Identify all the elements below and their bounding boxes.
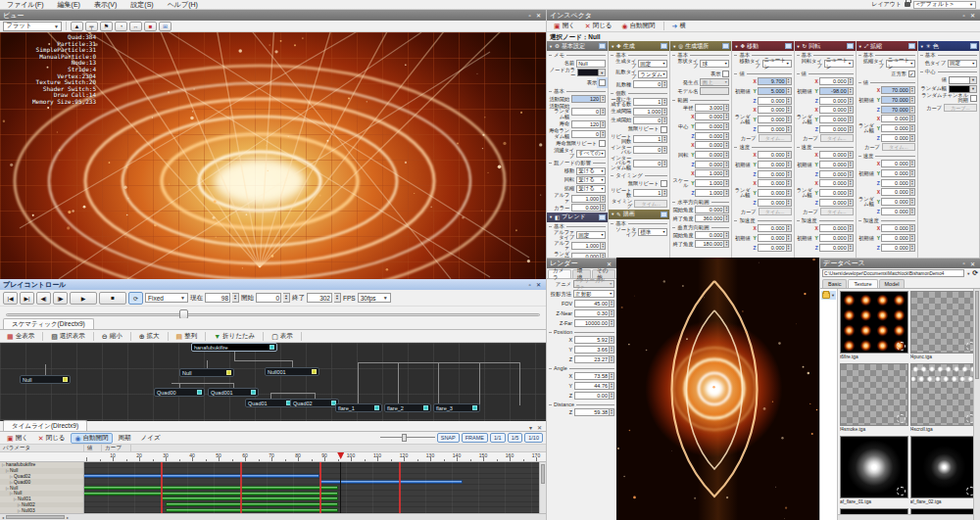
number-input[interactable]: 0.00 xyxy=(574,392,610,400)
spinner-buttons[interactable]: ▲▼ xyxy=(724,231,729,239)
number-input[interactable]: 5.92 xyxy=(574,336,610,344)
number-input[interactable]: 360.000 xyxy=(695,214,724,222)
dropdown-select[interactable]: <フリーカメラ>▼ xyxy=(573,280,614,288)
frame-field-input[interactable]: 0 xyxy=(256,293,281,303)
number-input[interactable]: 0.000 xyxy=(819,170,849,178)
file-vertical-scrollbar[interactable] xyxy=(973,289,980,520)
texture-thumbnail[interactable] xyxy=(910,436,979,498)
spinner-buttons[interactable]: ▲▼ xyxy=(610,408,614,416)
number-input[interactable]: 0.000 xyxy=(819,189,849,197)
move-button[interactable]: ↔ xyxy=(129,22,142,31)
graph-node[interactable]: flare_3 xyxy=(433,403,480,412)
number-input[interactable]: 73.58 xyxy=(574,372,610,380)
spinner-buttons[interactable]: ▲▼ xyxy=(787,244,792,252)
dropdown-select[interactable]: 受ける▼ xyxy=(576,185,606,193)
spinner-buttons[interactable]: ▲▼ xyxy=(910,244,915,252)
spinner-buttons[interactable]: ▲▼ xyxy=(610,309,614,317)
texture-item[interactable]: f4punc.tga xyxy=(910,291,979,361)
number-input[interactable]: 1 xyxy=(633,98,662,106)
dropdown-icon[interactable]: ▼ xyxy=(966,271,970,276)
number-input[interactable]: 0.000 xyxy=(819,97,849,105)
spinner-buttons[interactable]: ▲▼ xyxy=(787,97,792,105)
number-input[interactable]: 0.000 xyxy=(758,125,787,133)
panel-pin-icon[interactable] xyxy=(661,212,667,217)
number-input[interactable]: 180.000 xyxy=(695,240,724,248)
spinner-buttons[interactable]: ▲▼ xyxy=(910,169,915,177)
number-input[interactable]: 0.000 xyxy=(695,113,724,120)
number-input[interactable]: 0.000 xyxy=(695,151,724,159)
schematic-tool-縮小[interactable]: ⊖縮小 xyxy=(98,331,126,342)
checkbox[interactable] xyxy=(599,79,606,86)
spinner-buttons[interactable]: ▲▼ xyxy=(232,293,239,303)
timeline-bar[interactable] xyxy=(166,508,338,512)
spinner-buttons[interactable]: ▲▼ xyxy=(601,130,606,138)
close-icon[interactable]: ✕ xyxy=(968,260,977,267)
spinner-buttons[interactable]: ▲▼ xyxy=(601,195,606,203)
play-mode-select[interactable]: Fixed▼ xyxy=(145,293,188,303)
dropdown-select[interactable]: 受ける▼ xyxy=(576,176,606,184)
scroll-right-icon[interactable]: ▸ xyxy=(65,515,71,520)
snap-button-1/5[interactable]: 1/5 xyxy=(508,433,523,443)
spinner-buttons[interactable]: ▲▼ xyxy=(910,160,915,167)
panel-pin-icon[interactable] xyxy=(970,43,977,49)
timeline-tool-周期[interactable]: 周期 xyxy=(115,433,135,444)
spinner-buttons[interactable]: ▲▼ xyxy=(662,146,667,154)
zoom-slider[interactable] xyxy=(380,434,435,442)
number-input[interactable]: 0 xyxy=(571,108,601,116)
spinner-buttons[interactable]: ▲▼ xyxy=(910,115,915,122)
spinner-buttons[interactable]: ▲▼ xyxy=(787,151,792,159)
effect-viewport[interactable]: Quad:384Particle:31SimpleParticle:31Manu… xyxy=(0,32,546,279)
spinner-buttons[interactable]: ▲▼ xyxy=(787,189,792,197)
spinner-buttons[interactable]: ▲▼ xyxy=(849,87,854,95)
graph-node[interactable]: Null xyxy=(179,368,234,377)
number-input[interactable]: 0.000 xyxy=(819,234,849,242)
menu-item[interactable]: 編集(E) xyxy=(51,0,87,10)
spinner-buttons[interactable]: ▲▼ xyxy=(787,170,792,178)
render-tab-カメラ[interactable]: カメラ xyxy=(548,269,571,278)
file-tab-Model[interactable]: Model xyxy=(879,279,906,288)
number-input[interactable]: 0.000 xyxy=(695,132,724,140)
schematic-canvas[interactable]: hanafubukifireNullNullQuad00Quad001Null0… xyxy=(0,343,546,421)
dropdown-select[interactable]: 標準▼ xyxy=(638,228,667,236)
number-input[interactable]: 0.000 xyxy=(819,125,849,133)
curve-button[interactable]: タイム... xyxy=(882,143,915,151)
curve-button[interactable]: タイム... xyxy=(820,134,854,142)
dropdown-select[interactable]: ランダム▼ xyxy=(638,71,667,78)
spinner-buttons[interactable]: ▲▼ xyxy=(724,161,729,168)
spinner-buttons[interactable]: ▲▼ xyxy=(849,189,854,197)
text-input[interactable]: Null xyxy=(576,60,606,68)
graph-node[interactable]: Quad00 xyxy=(154,388,205,397)
number-input[interactable]: 0.000 xyxy=(758,234,787,242)
expand-icon[interactable]: ▷ xyxy=(18,502,21,507)
spinner-buttons[interactable]: ▲▼ xyxy=(849,244,854,252)
number-input[interactable]: 0 xyxy=(633,160,662,167)
spinner-buttons[interactable]: ▲▼ xyxy=(787,125,792,133)
number-input[interactable]: 0.000 xyxy=(881,124,910,132)
spinner-buttons[interactable]: ▲▼ xyxy=(724,214,729,222)
panel-header[interactable]: ▼☀色 xyxy=(918,41,979,51)
graph-node[interactable]: Quad001 xyxy=(208,388,259,397)
spinner-buttons[interactable]: ▲▼ xyxy=(724,104,729,112)
checkbox[interactable]: ✓ xyxy=(908,71,915,77)
spinner-buttons[interactable]: ▲▼ xyxy=(910,234,915,242)
curve-button[interactable]: タイム... xyxy=(820,208,854,215)
spinner-buttons[interactable]: ▲▼ xyxy=(787,161,792,168)
spinner-buttons[interactable]: ▲▼ xyxy=(849,161,854,168)
snap-button-FRAME[interactable]: FRAME xyxy=(462,433,488,443)
snap-button-1/1[interactable]: 1/1 xyxy=(490,433,506,443)
number-input[interactable]: 70.000 xyxy=(881,96,910,104)
expand-icon[interactable]: ▷ xyxy=(10,474,13,479)
number-input[interactable]: 9.700 xyxy=(758,77,787,85)
dropdown-select[interactable]: 固定▼ xyxy=(948,60,977,68)
spinner-buttons[interactable]: ▲▼ xyxy=(662,117,667,124)
graph-node[interactable]: Null001 xyxy=(265,367,319,376)
texture-item[interactable]: f4scroll.tga xyxy=(910,363,979,434)
spinner-buttons[interactable]: ▲▼ xyxy=(849,97,854,105)
curve-button[interactable]: タイム... xyxy=(634,200,667,208)
number-input[interactable]: 0.000 xyxy=(758,97,787,105)
dropdown-select[interactable]: 固定▼ xyxy=(576,231,606,239)
spinner-buttons[interactable]: ▲▼ xyxy=(849,77,854,85)
number-input[interactable]: 0.000 xyxy=(758,170,787,178)
refresh-icon[interactable]: ⟳ xyxy=(972,269,978,277)
texture-item[interactable]: f4smoke.tga xyxy=(840,363,908,434)
